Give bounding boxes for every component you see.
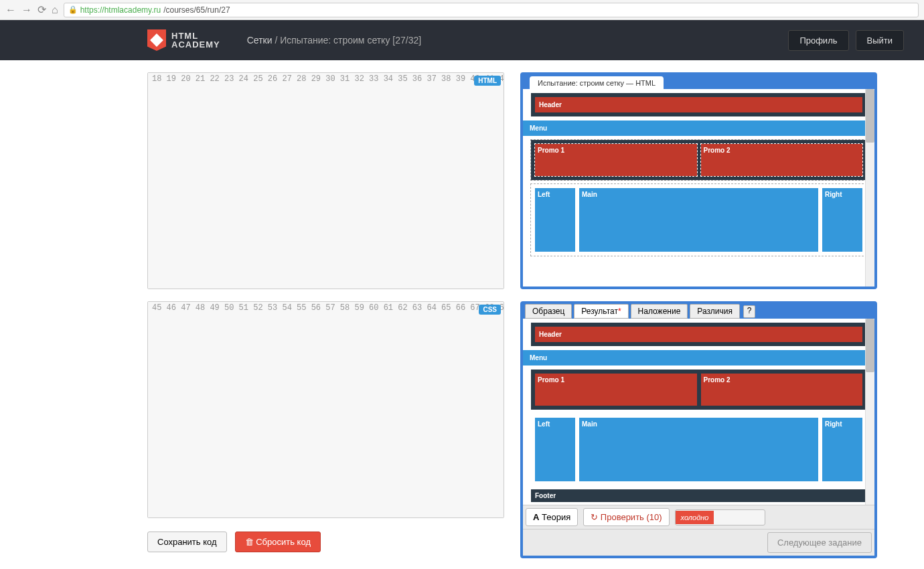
browser-toolbar: ← → ⟳ ⌂ 🔒 https://htmlacademy.ru/courses… [0, 0, 924, 20]
home-icon[interactable]: ⌂ [52, 4, 58, 16]
app-topbar: HTML ACADEMY Сетки / Испытание: строим с… [0, 20, 924, 60]
lock-icon: 🔒 [68, 5, 78, 14]
url-path: /courses/65/run/27 [163, 5, 230, 15]
preview-col-main: Main [579, 188, 818, 252]
result-header-block: Header [535, 327, 862, 342]
preview-promo2: Promo 2 [701, 144, 863, 176]
trash-icon: 🗑 [245, 537, 254, 547]
url-domain: https://htmlacademy.ru [80, 5, 161, 15]
css-gutter: 45 46 47 48 49 50 51 52 53 54 55 56 57 5… [148, 302, 504, 517]
result-bottom-bar: A Теория ↻ Проверить (10) холодно [523, 505, 874, 529]
html-editor[interactable]: HTML 18 19 20 21 22 23 24 25 26 27 28 29… [147, 72, 504, 289]
forward-icon[interactable]: → [21, 4, 32, 16]
theory-icon: A [533, 512, 539, 522]
logo-shield-icon [147, 29, 166, 51]
result-col-main: Main [579, 418, 818, 481]
tab-sample[interactable]: Образец [525, 304, 572, 319]
preview-tab-title: Испытание: строим сетку — HTML [530, 76, 664, 90]
preview-menu-block: Menu [523, 120, 874, 136]
tab-diff[interactable]: Различия [690, 304, 740, 319]
breadcrumb: Сетки / Испытание: строим сетку [27/32] [247, 35, 421, 46]
theory-button[interactable]: A Теория [526, 508, 578, 526]
modified-star-icon: * [618, 307, 621, 316]
reset-button[interactable]: 🗑 Сбросить код [235, 532, 321, 552]
result-promo2: Promo 2 [701, 374, 863, 406]
status-label: холодно [676, 511, 714, 524]
logout-button[interactable]: Выйти [856, 30, 905, 51]
breadcrumb-title: Испытание: строим сетку [27/32] [280, 35, 421, 46]
tab-help[interactable]: ? [743, 305, 755, 318]
result-panel: Образец Результат* Наложение Различия ? … [520, 301, 877, 558]
refresh-icon: ↻ [591, 512, 598, 522]
tab-overlay[interactable]: Наложение [631, 304, 688, 319]
save-button[interactable]: Сохранить код [147, 532, 227, 552]
result-col-left: Left [535, 418, 575, 481]
next-task-button[interactable]: Следующее задание [767, 532, 872, 553]
scrollbar[interactable] [865, 89, 874, 287]
result-body[interactable]: Header Menu Promo 1 Promo 2 Left Main Ri… [523, 319, 874, 505]
status-meter: холодно [675, 509, 765, 525]
logo-text: HTML ACADEMY [171, 31, 220, 49]
html-gutter: 18 19 20 21 22 23 24 25 26 27 28 29 30 3… [148, 73, 504, 289]
tab-result[interactable]: Результат* [574, 304, 628, 319]
check-button[interactable]: ↻ Проверить (10) [583, 508, 669, 526]
preview-header-block: Header [535, 97, 862, 112]
css-editor[interactable]: CSS 45 46 47 48 49 50 51 52 53 54 55 56 … [147, 301, 504, 518]
logo-line2: ACADEMY [171, 40, 220, 49]
workspace: HTML 18 19 20 21 22 23 24 25 26 27 28 29… [0, 60, 924, 569]
preview-body[interactable]: Header Menu Promo 1 Promo 2 Left Main Ri… [523, 89, 874, 287]
result-menu-block: Menu [523, 350, 874, 365]
css-badge: CSS [479, 305, 501, 315]
preview-panel: Испытание: строим сетку — HTML Header Me… [520, 72, 877, 289]
preview-col-left: Left [535, 188, 575, 252]
result-tabs: Образец Результат* Наложение Различия ? [523, 304, 874, 319]
scrollbar[interactable] [865, 319, 874, 505]
preview-promo1: Promo 1 [535, 144, 697, 176]
profile-button[interactable]: Профиль [788, 30, 848, 51]
result-promo1: Promo 1 [535, 374, 697, 406]
breadcrumb-root[interactable]: Сетки [247, 35, 273, 46]
preview-col-right: Right [822, 188, 862, 252]
result-footer-block: Footer [531, 489, 866, 502]
url-bar[interactable]: 🔒 https://htmlacademy.ru/courses/65/run/… [64, 3, 919, 17]
back-icon[interactable]: ← [5, 4, 16, 16]
result-col-right: Right [822, 418, 862, 481]
reload-icon[interactable]: ⟳ [37, 3, 46, 16]
html-badge: HTML [474, 76, 501, 86]
logo[interactable]: HTML ACADEMY [147, 29, 220, 51]
